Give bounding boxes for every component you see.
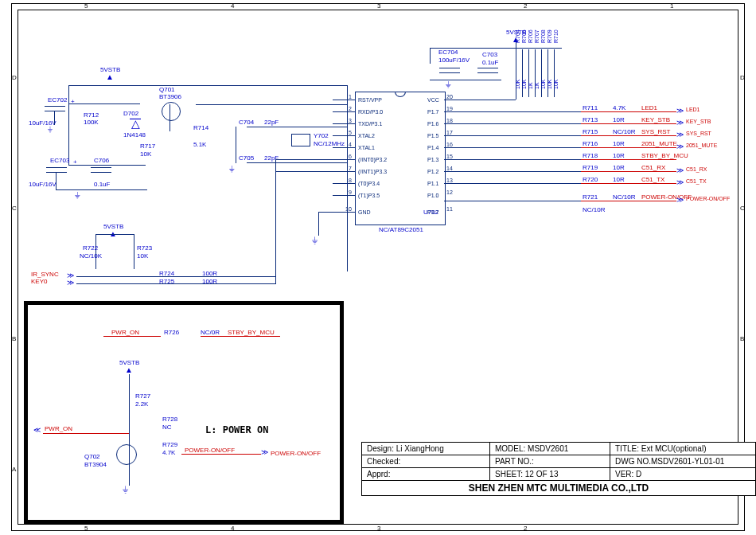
pin: P1.1 <box>427 181 438 186</box>
port-icon: ≫ <box>676 167 684 174</box>
wire <box>56 172 57 189</box>
wire <box>444 100 516 100</box>
net: POWER-ON/OFF <box>271 451 321 457</box>
pinnum: 3 <box>349 118 352 123</box>
net: SYS_RST <box>641 129 670 135</box>
net: STBY_BY_MCU <box>228 330 275 336</box>
res-ref: R719 <box>583 165 598 171</box>
res-val: NC/10R <box>583 207 605 213</box>
pwr-icon: ▲ <box>125 366 133 374</box>
res-val: NC/10R <box>613 129 635 135</box>
cap-val: 0.1uF <box>482 60 498 66</box>
res-ref: R721 <box>583 194 598 201</box>
cap-ref: C706 <box>94 158 109 164</box>
wire <box>247 127 347 127</box>
res-val: 1K <box>534 82 540 89</box>
res-val: NC/0R <box>201 330 220 336</box>
frame-col: 3 <box>377 3 380 10</box>
port-icon: ≫ <box>67 279 74 287</box>
pin: P1.2 <box>427 169 438 174</box>
tb-company: SHEN ZHEN MTC MULTIMEDIA CO.,LTD <box>362 481 756 496</box>
gnd-icon: ⏚ <box>229 164 235 173</box>
pin: RST/VPP <box>358 97 382 103</box>
cap-plate <box>45 111 65 111</box>
port: C51_RX <box>686 166 707 172</box>
cap-plate <box>46 167 67 168</box>
res-val: 10K <box>140 151 151 158</box>
res-ref: R707 <box>534 29 540 43</box>
wire <box>514 48 562 49</box>
port-icon: ≫ <box>676 143 684 150</box>
crystal-icon <box>291 134 310 146</box>
cap-plate <box>477 68 498 68</box>
res-val: 5.1K <box>193 142 206 148</box>
cap-plate <box>477 72 498 73</box>
port: C51_TX <box>686 178 707 184</box>
pinnum: 4 <box>349 142 352 147</box>
res-ref: R725 <box>159 279 174 285</box>
wire <box>54 111 55 125</box>
res-val: 100R <box>202 279 217 285</box>
frame-row: C <box>740 205 745 212</box>
port: 2051_MUTE <box>686 143 717 148</box>
wire <box>333 183 355 184</box>
gnd-icon: ⏚ <box>123 484 128 494</box>
res-ref: R711 <box>583 105 598 111</box>
pinnum: 17 <box>446 130 453 135</box>
res-ref: R706 <box>528 29 533 43</box>
frame-col: 5 <box>84 525 88 532</box>
transistor-val: BT3906 <box>159 94 181 100</box>
pwr-icon: ▲ <box>106 73 114 81</box>
frame-col: 2 <box>524 3 527 10</box>
res-ref: R716 <box>583 141 598 147</box>
wire <box>181 454 261 455</box>
frame-row: B <box>12 336 16 342</box>
pin: VCC <box>427 97 439 103</box>
tb-sheet: SHEET: 12 OF 13 <box>490 468 610 481</box>
cap-plate <box>46 172 67 173</box>
wire <box>103 336 161 337</box>
bjt-icon <box>116 444 137 465</box>
frame-col: 3 <box>377 525 380 532</box>
port-icon: ≫ <box>676 119 684 127</box>
diode-icon: ▷| <box>129 118 140 130</box>
cap-val: 100uF/16V <box>438 57 470 64</box>
tb-model: MODEL: MSDV2601 <box>490 443 610 455</box>
frame-col: 4 <box>231 525 234 532</box>
net: POWER-ON/OFF <box>185 447 235 454</box>
res-ref: R727 <box>135 393 150 400</box>
net: C51_RX <box>641 165 665 171</box>
frame-top-in <box>18 10 738 10</box>
res-ref: R723 <box>137 245 152 252</box>
gnd-icon: ⏚ <box>446 80 451 88</box>
polarity-icon: + <box>73 159 77 166</box>
wire <box>275 171 355 172</box>
net: PWR_ON <box>111 330 139 336</box>
pinnum: 9 <box>349 189 352 195</box>
net: C51_TX <box>641 177 664 183</box>
cap-plate <box>91 167 111 168</box>
pinnum: 5 <box>349 130 352 135</box>
wire <box>196 104 347 105</box>
res-ref: R712 <box>84 112 99 119</box>
res-ref: R728 <box>162 416 177 423</box>
wire <box>236 127 236 163</box>
net: STBY_BY_MCU <box>641 153 688 159</box>
port-icon: ≪ <box>33 427 41 434</box>
wire <box>76 283 275 284</box>
wire <box>430 80 501 80</box>
pinnum: 12 <box>446 189 453 195</box>
pin: P3.7 <box>427 209 438 215</box>
pinnum: 1 <box>349 94 352 100</box>
tb-title: TITLE: Ext MCU(optional) <box>610 443 756 455</box>
wire <box>68 85 347 86</box>
net: POWER-ON/OFF <box>641 194 692 201</box>
port-icon: ≫ <box>676 197 684 204</box>
wire <box>201 336 280 337</box>
pinnum: 10 <box>345 206 352 212</box>
res-ref: R715 <box>583 129 598 135</box>
wire <box>134 234 134 269</box>
res-val: 4.7K <box>162 450 175 456</box>
res-val: 10R <box>613 141 625 147</box>
pin: (/INT1)P3.3 <box>358 169 387 174</box>
